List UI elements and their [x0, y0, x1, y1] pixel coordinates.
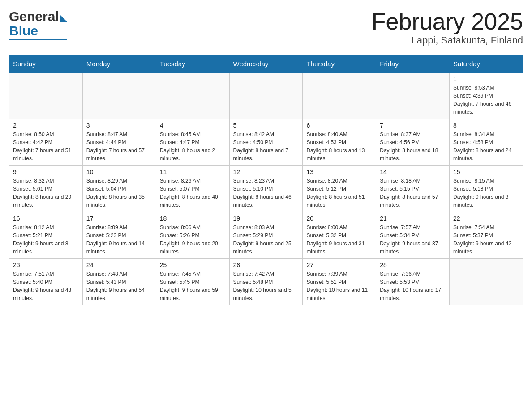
day-number: 4: [160, 122, 226, 129]
day-info: Sunrise: 8:06 AMSunset: 5:26 PMDaylight:…: [160, 223, 226, 256]
calendar-header: SundayMondayTuesdayWednesdayThursdayFrid…: [9, 56, 523, 73]
day-number: 10: [86, 168, 152, 176]
days-of-week-row: SundayMondayTuesdayWednesdayThursdayFrid…: [9, 56, 523, 73]
calendar-day-cell: 28Sunrise: 7:36 AMSunset: 5:53 PMDayligh…: [376, 259, 450, 305]
calendar-day-cell: [303, 73, 376, 119]
day-number: 15: [453, 168, 519, 176]
calendar-day-cell: [82, 73, 156, 119]
calendar-day-cell: 3Sunrise: 8:47 AMSunset: 4:44 PMDaylight…: [82, 119, 156, 166]
day-number: 23: [13, 261, 79, 269]
day-number: 16: [13, 215, 79, 222]
calendar-week-row: 23Sunrise: 7:51 AMSunset: 5:40 PMDayligh…: [9, 259, 523, 305]
day-info: Sunrise: 8:47 AMSunset: 4:44 PMDaylight:…: [86, 130, 152, 163]
calendar-day-cell: 20Sunrise: 8:00 AMSunset: 5:32 PMDayligh…: [303, 212, 376, 259]
day-number: 19: [233, 215, 299, 222]
day-number: 2: [13, 122, 79, 129]
day-info: Sunrise: 7:51 AMSunset: 5:40 PMDaylight:…: [13, 270, 79, 302]
calendar-day-cell: 11Sunrise: 8:26 AMSunset: 5:07 PMDayligh…: [156, 166, 229, 212]
logo: General Blue: [9, 9, 67, 40]
calendar-body: 1Sunrise: 8:53 AMSunset: 4:39 PMDaylight…: [9, 73, 523, 305]
day-of-week-header: Monday: [82, 56, 156, 73]
title-area: February 2025 Lappi, Satakunta, Finland: [372, 9, 523, 46]
logo-general-text: General: [9, 9, 59, 24]
day-info: Sunrise: 8:45 AMSunset: 4:47 PMDaylight:…: [160, 130, 226, 163]
day-of-week-header: Tuesday: [156, 56, 229, 73]
day-number: 22: [453, 215, 519, 222]
day-info: Sunrise: 7:36 AMSunset: 5:53 PMDaylight:…: [380, 270, 446, 302]
logo-underline: [9, 39, 67, 40]
day-info: Sunrise: 8:03 AMSunset: 5:29 PMDaylight:…: [233, 223, 299, 256]
calendar-day-cell: 2Sunrise: 8:50 AMSunset: 4:42 PMDaylight…: [9, 119, 83, 166]
day-info: Sunrise: 7:57 AMSunset: 5:34 PMDaylight:…: [380, 223, 446, 256]
day-info: Sunrise: 7:48 AMSunset: 5:43 PMDaylight:…: [86, 270, 152, 302]
day-info: Sunrise: 8:20 AMSunset: 5:12 PMDaylight:…: [306, 177, 372, 209]
day-info: Sunrise: 8:12 AMSunset: 5:21 PMDaylight:…: [13, 223, 79, 256]
day-info: Sunrise: 8:34 AMSunset: 4:58 PMDaylight:…: [453, 130, 519, 163]
calendar-day-cell: 12Sunrise: 8:23 AMSunset: 5:10 PMDayligh…: [229, 166, 303, 212]
day-info: Sunrise: 8:40 AMSunset: 4:53 PMDaylight:…: [306, 130, 372, 163]
calendar-day-cell: 21Sunrise: 7:57 AMSunset: 5:34 PMDayligh…: [376, 212, 450, 259]
day-info: Sunrise: 8:37 AMSunset: 4:56 PMDaylight:…: [380, 130, 446, 163]
day-number: 11: [160, 168, 226, 176]
day-number: 9: [13, 168, 79, 176]
calendar-day-cell: 26Sunrise: 7:42 AMSunset: 5:48 PMDayligh…: [229, 259, 303, 305]
day-number: 24: [86, 261, 152, 269]
day-info: Sunrise: 8:53 AMSunset: 4:39 PMDaylight:…: [453, 84, 519, 116]
day-number: 26: [233, 261, 299, 269]
calendar-day-cell: 10Sunrise: 8:29 AMSunset: 5:04 PMDayligh…: [82, 166, 156, 212]
page-header: General Blue February 2025 Lappi, Sataku…: [9, 9, 523, 46]
day-info: Sunrise: 8:29 AMSunset: 5:04 PMDaylight:…: [86, 177, 152, 209]
calendar-week-row: 16Sunrise: 8:12 AMSunset: 5:21 PMDayligh…: [9, 212, 523, 259]
calendar-day-cell: [9, 73, 83, 119]
day-number: 14: [380, 168, 446, 176]
logo-blue-text: Blue: [9, 23, 67, 39]
calendar-day-cell: [229, 73, 303, 119]
day-number: 28: [380, 261, 446, 269]
page-title: February 2025: [372, 9, 523, 34]
calendar-day-cell: 25Sunrise: 7:45 AMSunset: 5:45 PMDayligh…: [156, 259, 229, 305]
day-info: Sunrise: 8:00 AMSunset: 5:32 PMDaylight:…: [306, 223, 372, 256]
day-number: 12: [233, 168, 299, 176]
calendar-week-row: 9Sunrise: 8:32 AMSunset: 5:01 PMDaylight…: [9, 166, 523, 212]
logo-arrow-icon: [60, 15, 67, 22]
day-of-week-header: Wednesday: [229, 56, 303, 73]
calendar-day-cell: 17Sunrise: 8:09 AMSunset: 5:23 PMDayligh…: [82, 212, 156, 259]
calendar-day-cell: 6Sunrise: 8:40 AMSunset: 4:53 PMDaylight…: [303, 119, 376, 166]
day-info: Sunrise: 8:15 AMSunset: 5:18 PMDaylight:…: [453, 177, 519, 209]
day-of-week-header: Sunday: [9, 56, 83, 73]
calendar-week-row: 1Sunrise: 8:53 AMSunset: 4:39 PMDaylight…: [9, 73, 523, 119]
calendar-day-cell: 9Sunrise: 8:32 AMSunset: 5:01 PMDaylight…: [9, 166, 83, 212]
day-number: 27: [306, 261, 372, 269]
day-info: Sunrise: 8:42 AMSunset: 4:50 PMDaylight:…: [233, 130, 299, 163]
day-of-week-header: Friday: [376, 56, 450, 73]
calendar-day-cell: 16Sunrise: 8:12 AMSunset: 5:21 PMDayligh…: [9, 212, 83, 259]
day-number: 17: [86, 215, 152, 222]
day-of-week-header: Thursday: [303, 56, 376, 73]
day-info: Sunrise: 7:42 AMSunset: 5:48 PMDaylight:…: [233, 270, 299, 302]
day-number: 21: [380, 215, 446, 222]
day-info: Sunrise: 8:09 AMSunset: 5:23 PMDaylight:…: [86, 223, 152, 256]
day-number: 7: [380, 122, 446, 129]
calendar-day-cell: 27Sunrise: 7:39 AMSunset: 5:51 PMDayligh…: [303, 259, 376, 305]
day-number: 8: [453, 122, 519, 129]
day-number: 20: [306, 215, 372, 222]
day-number: 3: [86, 122, 152, 129]
day-info: Sunrise: 8:18 AMSunset: 5:15 PMDaylight:…: [380, 177, 446, 209]
day-info: Sunrise: 7:54 AMSunset: 5:37 PMDaylight:…: [453, 223, 519, 256]
day-number: 6: [306, 122, 372, 129]
calendar-day-cell: 18Sunrise: 8:06 AMSunset: 5:26 PMDayligh…: [156, 212, 229, 259]
day-number: 1: [453, 75, 519, 82]
calendar-day-cell: 7Sunrise: 8:37 AMSunset: 4:56 PMDaylight…: [376, 119, 450, 166]
day-of-week-header: Saturday: [450, 56, 523, 73]
page-subtitle: Lappi, Satakunta, Finland: [372, 34, 523, 46]
calendar-day-cell: [450, 259, 523, 305]
day-info: Sunrise: 8:23 AMSunset: 5:10 PMDaylight:…: [233, 177, 299, 209]
calendar-day-cell: 4Sunrise: 8:45 AMSunset: 4:47 PMDaylight…: [156, 119, 229, 166]
day-info: Sunrise: 8:32 AMSunset: 5:01 PMDaylight:…: [13, 177, 79, 209]
calendar-day-cell: 24Sunrise: 7:48 AMSunset: 5:43 PMDayligh…: [82, 259, 156, 305]
calendar-table: SundayMondayTuesdayWednesdayThursdayFrid…: [9, 55, 523, 305]
day-info: Sunrise: 8:50 AMSunset: 4:42 PMDaylight:…: [13, 130, 79, 163]
day-info: Sunrise: 7:39 AMSunset: 5:51 PMDaylight:…: [306, 270, 372, 302]
calendar-week-row: 2Sunrise: 8:50 AMSunset: 4:42 PMDaylight…: [9, 119, 523, 166]
calendar-day-cell: 22Sunrise: 7:54 AMSunset: 5:37 PMDayligh…: [450, 212, 523, 259]
